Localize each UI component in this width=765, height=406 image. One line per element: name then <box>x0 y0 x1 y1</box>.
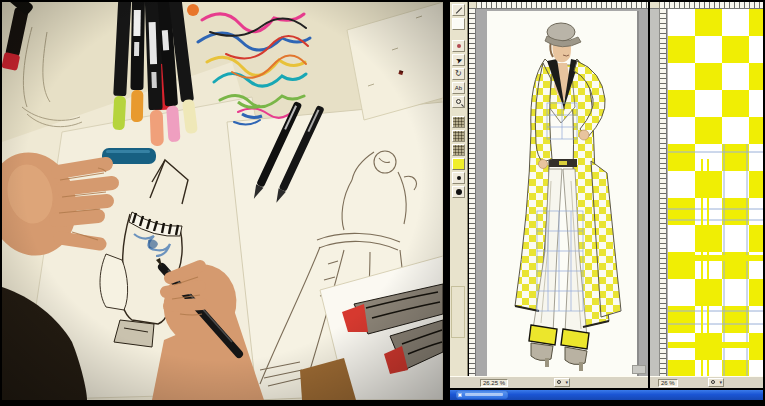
pattern-grid-large[interactable] <box>452 144 465 156</box>
blank-swatch[interactable] <box>452 18 465 30</box>
vignette <box>2 2 443 400</box>
zoom-menu-button[interactable]: ▾ <box>708 378 724 387</box>
plaid-repeat <box>668 9 763 376</box>
cursor-arrow-icon: ➤ <box>454 55 464 66</box>
magnifier-icon <box>456 99 461 104</box>
cad-application: ➤ ↻ Ab <box>450 2 763 400</box>
taskbar <box>450 390 763 400</box>
magnifier-icon <box>557 380 561 384</box>
vertical-ruler <box>660 9 667 376</box>
rotate-icon: ↻ <box>455 69 462 79</box>
ruler-corner <box>469 2 477 9</box>
dropdown-arrow-icon: ▾ <box>565 379 568 386</box>
photo-left-panel <box>2 2 443 400</box>
pattern-grid-medium[interactable] <box>452 130 465 142</box>
taskbar-document-button[interactable] <box>456 391 508 399</box>
dropdown-arrow-icon: ▾ <box>719 379 722 386</box>
line-icon <box>456 7 462 13</box>
magnifier-icon <box>711 380 715 384</box>
empty-tool-slot <box>451 286 465 338</box>
illustration-canvas[interactable] <box>487 11 637 376</box>
main-status-bar: 26.25 % ▾ <box>450 376 648 388</box>
line-tool[interactable] <box>452 4 465 16</box>
rotate-tool[interactable]: ↻ <box>452 68 465 80</box>
tool-palette: ➤ ↻ Ab <box>450 2 468 388</box>
document-icon <box>458 393 462 397</box>
taskbar-button-text-blur <box>465 393 503 396</box>
magnifier-handle <box>461 104 464 107</box>
fashion-figure <box>487 11 637 376</box>
zoom-tool[interactable] <box>452 96 465 108</box>
small-dot-icon <box>457 176 461 180</box>
active-color-swatch[interactable] <box>452 158 465 170</box>
horizontal-ruler <box>477 2 648 9</box>
small-dot-tool[interactable] <box>452 172 465 184</box>
pattern-canvas[interactable] <box>668 9 763 376</box>
canvas-scroll-handle[interactable] <box>632 365 646 374</box>
ruler-corner <box>650 2 660 9</box>
large-dot-tool[interactable] <box>452 186 465 198</box>
pattern-document <box>650 2 763 376</box>
color-dot-tool[interactable] <box>452 40 465 52</box>
selection-arrow-tool[interactable]: ➤ <box>452 54 465 66</box>
illustration-document <box>469 2 648 376</box>
horizontal-ruler <box>660 2 763 9</box>
text-tool-icon: Ab <box>455 85 462 91</box>
red-dot-icon <box>457 44 461 48</box>
composite-image: ➤ ↻ Ab <box>0 0 765 406</box>
pasteboard-strip <box>650 9 660 376</box>
text-tool[interactable]: Ab <box>452 82 465 94</box>
vertical-ruler <box>469 9 476 376</box>
zoom-level-field[interactable]: 26 % <box>658 379 678 387</box>
pattern-status-bar: 26 % ▾ <box>650 376 763 388</box>
pattern-grid-small[interactable] <box>452 116 465 128</box>
large-dot-icon <box>456 189 462 195</box>
zoom-level-field[interactable]: 26.25 % <box>480 379 508 387</box>
zoom-menu-button[interactable]: ▾ <box>554 378 570 387</box>
